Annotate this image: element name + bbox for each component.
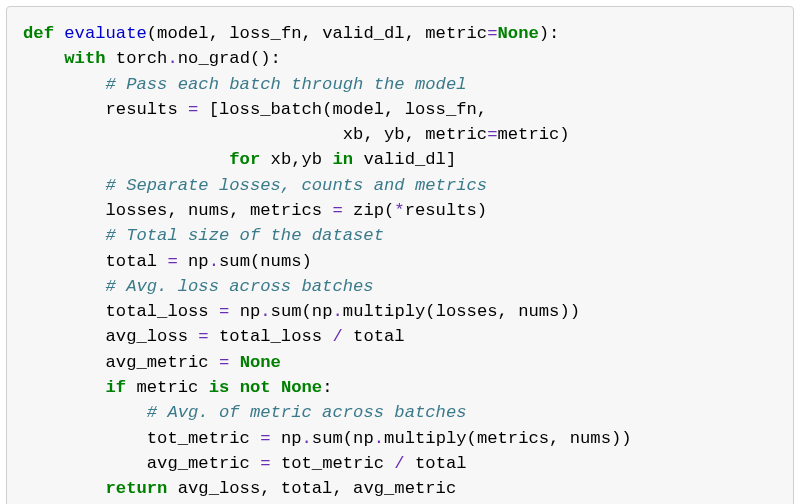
operator-eq: = (198, 327, 208, 346)
text: valid_dl] (353, 150, 456, 169)
operator-eq: = (188, 100, 198, 119)
indent (23, 226, 106, 245)
indent (23, 327, 106, 346)
text: xb, yb, metric (343, 125, 487, 144)
text: metric) (497, 125, 569, 144)
operator-eq: = (487, 125, 497, 144)
code-line: tot_metric = np.sum(np.multiply(metrics,… (23, 429, 632, 448)
operator-star: * (394, 201, 404, 220)
operator-slash: / (332, 327, 342, 346)
indent (23, 150, 229, 169)
operator-eq: = (332, 201, 342, 220)
indent (23, 378, 106, 397)
indent (23, 429, 147, 448)
text: np (229, 302, 260, 321)
text: total (106, 252, 168, 271)
code-line: avg_metric = tot_metric / total (23, 454, 467, 473)
text: no_grad(): (178, 49, 281, 68)
operator-eq: = (167, 252, 177, 271)
text: [loss_batch(model, loss_fn, (198, 100, 487, 119)
none-literal: None (281, 378, 322, 397)
keyword-def: def (23, 24, 54, 43)
keyword-in: in (332, 150, 353, 169)
operator-eq: = (260, 429, 270, 448)
code-block: def evaluate(model, loss_fn, valid_dl, m… (6, 6, 794, 504)
text: metric (126, 378, 209, 397)
text: total_loss (106, 302, 219, 321)
keyword-return: return (106, 479, 168, 498)
text: total (405, 454, 467, 473)
keyword-for: for (229, 150, 260, 169)
text: avg_loss (106, 327, 199, 346)
text: multiply(metrics, nums)) (384, 429, 632, 448)
text: results) (405, 201, 488, 220)
signature: (model, loss_fn, valid_dl, metric (147, 24, 487, 43)
text: avg_metric (147, 454, 260, 473)
code-line: avg_loss = total_loss / total (23, 327, 405, 346)
comment: # Avg. of metric across batches (147, 403, 467, 422)
text: total_loss (209, 327, 333, 346)
none-literal: None (498, 24, 539, 43)
comment: # Avg. loss across batches (106, 277, 374, 296)
indent (23, 252, 106, 271)
operator-eq: = (219, 302, 229, 321)
indent (23, 201, 106, 220)
operator-dot: . (374, 429, 384, 448)
colon: : (322, 378, 332, 397)
comment: # Separate losses, counts and metrics (106, 176, 488, 195)
operator-dot: . (302, 429, 312, 448)
code-line: if metric is not None: (23, 378, 333, 397)
text: avg_loss, total, avg_metric (167, 479, 456, 498)
operator-eq: = (260, 454, 270, 473)
code-line: def evaluate(model, loss_fn, valid_dl, m… (23, 24, 559, 43)
code-line: # Pass each batch through the model (23, 75, 467, 94)
text: torch (106, 49, 168, 68)
text: sum(np (312, 429, 374, 448)
code-line: # Total size of the dataset (23, 226, 384, 245)
code-line: total = np.sum(nums) (23, 252, 312, 271)
none-literal: None (240, 353, 281, 372)
code-line: # Avg. loss across batches (23, 277, 374, 296)
indent (23, 277, 106, 296)
space (271, 378, 281, 397)
indent (23, 353, 106, 372)
indent (23, 176, 106, 195)
code-line: return avg_loss, total, avg_metric (23, 479, 456, 498)
indent (23, 302, 106, 321)
keyword-with: with (64, 49, 105, 68)
code-line: avg_metric = None (23, 353, 281, 372)
function-name: evaluate (64, 24, 147, 43)
operator-slash: / (394, 454, 404, 473)
text: tot_metric (147, 429, 260, 448)
text: np (271, 429, 302, 448)
text: np (178, 252, 209, 271)
operator-dot: . (209, 252, 219, 271)
code-line: # Separate losses, counts and metrics (23, 176, 487, 195)
keyword-is: is (209, 378, 230, 397)
text: avg_metric (106, 353, 219, 372)
text: total (343, 327, 405, 346)
operator-dot: . (260, 302, 270, 321)
code-line: results = [loss_batch(model, loss_fn, (23, 100, 487, 119)
keyword-if: if (106, 378, 127, 397)
keyword-not: not (240, 378, 271, 397)
operator-eq: = (219, 353, 229, 372)
code-line: for xb,yb in valid_dl] (23, 150, 456, 169)
indent (23, 100, 106, 119)
code-line: xb, yb, metric=metric) (23, 125, 570, 144)
indent (23, 479, 106, 498)
operator-dot: . (332, 302, 342, 321)
text: sum(np (271, 302, 333, 321)
text: zip( (343, 201, 395, 220)
comment: # Pass each batch through the model (106, 75, 467, 94)
text: sum(nums) (219, 252, 312, 271)
text: multiply(losses, nums)) (343, 302, 580, 321)
space (229, 378, 239, 397)
indent (23, 125, 343, 144)
code-line: losses, nums, metrics = zip(*results) (23, 201, 487, 220)
indent (23, 49, 64, 68)
text: losses, nums, metrics (106, 201, 333, 220)
signature-end: ): (539, 24, 560, 43)
operator-eq: = (487, 24, 497, 43)
indent (23, 403, 147, 422)
